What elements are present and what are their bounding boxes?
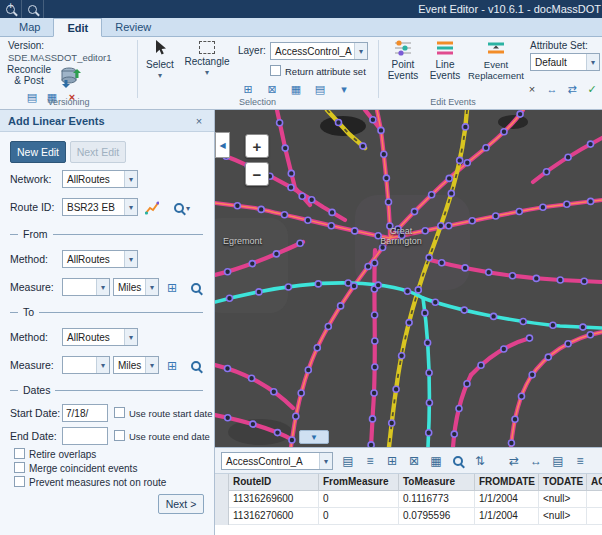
zoom-to-from-measure-button[interactable] bbox=[188, 280, 204, 296]
use-route-start-checkbox[interactable] bbox=[114, 407, 125, 418]
from-method-label: Method: bbox=[10, 253, 48, 265]
chevron-down-icon: ▾ bbox=[354, 43, 367, 59]
return-attribute-set-checkbox[interactable] bbox=[270, 65, 281, 76]
column-header[interactable]: FROMDATE bbox=[475, 474, 539, 491]
chevron-down-icon: ▾ bbox=[124, 171, 137, 187]
zoom-in-icon: + bbox=[6, 5, 15, 14]
prevent-measures-checkbox[interactable] bbox=[14, 476, 25, 487]
clear-selection-icon[interactable]: ⊠ bbox=[264, 81, 280, 97]
table-row[interactable]: 11316270600 0 0.0795596 1/1/2004 <null> bbox=[215, 508, 602, 525]
tab-review[interactable]: Review bbox=[102, 18, 164, 36]
add-linear-events-panel: Add Linear Events × New Edit Next Edit N… bbox=[0, 110, 215, 535]
column-header[interactable]: TODATE bbox=[539, 474, 587, 491]
column-header[interactable]: ToMeasure bbox=[399, 474, 475, 491]
export-table-icon[interactable]: ▤ bbox=[549, 452, 567, 470]
rectangle-tool-icon bbox=[199, 41, 215, 54]
chevron-down-icon: ▼ bbox=[310, 433, 318, 442]
route-locator-button[interactable] bbox=[144, 200, 160, 216]
column-header[interactable]: FromMeasure bbox=[319, 474, 399, 491]
chevron-down-icon: ▾ bbox=[124, 251, 137, 267]
menu-icon[interactable]: ≡ bbox=[361, 452, 379, 470]
to-method-select[interactable]: AllRoutes ▾ bbox=[62, 328, 138, 346]
from-measure-unit-select[interactable]: Miles ▾ bbox=[113, 278, 159, 296]
select-button[interactable]: Select ▾ bbox=[142, 39, 178, 95]
row-selector[interactable] bbox=[215, 508, 229, 525]
switch-selection-icon[interactable]: ⇄ bbox=[505, 452, 523, 470]
to-measure-picker-button[interactable]: ⊞ bbox=[164, 358, 180, 374]
zoom-to-record-button[interactable] bbox=[449, 452, 467, 470]
chevron-down-icon: ▾ bbox=[96, 357, 109, 373]
new-edit-button[interactable]: New Edit bbox=[10, 141, 66, 163]
table-layer-select[interactable]: AccessControl_A ▾ bbox=[221, 452, 333, 470]
titlebar-zoom-button[interactable] bbox=[22, 0, 44, 18]
next-button[interactable]: Next > bbox=[158, 494, 204, 514]
from-measure-select[interactable]: ▾ bbox=[62, 278, 110, 296]
use-route-end-checkbox[interactable] bbox=[114, 430, 125, 441]
zoom-to-to-measure-button[interactable] bbox=[188, 358, 204, 374]
point-events-icon bbox=[394, 39, 412, 57]
zoom-to-route-button[interactable]: ▾ bbox=[168, 200, 196, 216]
clear-selection-icon[interactable]: ⊠ bbox=[405, 452, 423, 470]
close-icon[interactable]: × bbox=[192, 115, 206, 127]
ribbon-tabbar: Map Edit Review bbox=[0, 18, 602, 37]
route-id-select[interactable]: BSR23 EB ▾ bbox=[62, 198, 138, 216]
reconcile-post-button[interactable]: Reconcile & Post bbox=[2, 64, 56, 86]
tab-edit[interactable]: Edit bbox=[53, 18, 102, 37]
merge-coincident-label: Merge coincident events bbox=[29, 463, 137, 474]
from-method-select[interactable]: AllRoutes ▾ bbox=[62, 250, 138, 268]
to-measure-select[interactable]: ▾ bbox=[62, 356, 110, 374]
point-events-button[interactable]: Point Events bbox=[383, 39, 423, 99]
end-date-input[interactable] bbox=[62, 427, 108, 445]
selection-options-icon[interactable]: ▦ bbox=[288, 81, 304, 97]
zoom-out-button[interactable]: − bbox=[245, 162, 269, 186]
filter-icon[interactable]: ▤ bbox=[339, 452, 357, 470]
attribute-table-panel: AccessControl_A ▾ ▤ ≡ ⊞ ⊠ ▦ ⇅ ⇄ ↔ ▤ ≡ Ro… bbox=[215, 447, 602, 535]
tab-map[interactable]: Map bbox=[6, 18, 53, 36]
chevron-down-icon: ▾ bbox=[145, 357, 158, 373]
route-id-label: Route ID: bbox=[10, 201, 54, 213]
swap-icon[interactable]: ⇄ bbox=[564, 81, 580, 97]
network-select[interactable]: AllRoutes ▾ bbox=[62, 170, 138, 188]
snap-icon[interactable]: ✓ bbox=[584, 81, 600, 97]
version-label: Version: bbox=[8, 40, 44, 51]
titlebar-zoom-in-button[interactable]: + bbox=[0, 0, 22, 18]
selection-more-icon[interactable]: ▾ bbox=[336, 81, 352, 97]
select-by-attribute-icon[interactable]: ⊞ bbox=[240, 81, 256, 97]
from-section-divider: From bbox=[10, 228, 203, 240]
sort-icon[interactable]: ⇅ bbox=[471, 452, 489, 470]
magnifier-icon bbox=[453, 456, 463, 466]
from-measure-picker-button[interactable]: ⊞ bbox=[164, 280, 180, 296]
return-attribute-set-label: Return attribute set bbox=[285, 66, 366, 77]
place-label-great-barrington: Great Barrington bbox=[363, 226, 439, 246]
collapse-table-button[interactable]: ▼ bbox=[299, 430, 329, 444]
event-replacement-button[interactable]: Event Replacement bbox=[466, 39, 526, 99]
table-row[interactable]: 11316269600 0 0.1116773 1/1/2004 <null> bbox=[215, 491, 602, 508]
end-date-label: End Date: bbox=[10, 430, 57, 442]
map-canvas[interactable] bbox=[215, 110, 602, 447]
row-selector-header bbox=[215, 474, 229, 491]
geodatabase-icon[interactable] bbox=[60, 65, 82, 89]
to-measure-label: Measure: bbox=[10, 359, 54, 371]
pan-to-record-icon[interactable]: ↔ bbox=[527, 452, 545, 470]
collapse-panel-button[interactable]: ◀ bbox=[215, 132, 230, 158]
start-date-input[interactable] bbox=[62, 404, 108, 422]
layer-select[interactable]: AccessControl_A ▾ bbox=[270, 42, 368, 60]
selection-list-icon[interactable]: ▤ bbox=[312, 81, 328, 97]
show-table-icon[interactable]: ▦ bbox=[427, 452, 445, 470]
select-records-icon[interactable]: ⊞ bbox=[383, 452, 401, 470]
to-method-label: Method: bbox=[10, 331, 48, 343]
retire-overlaps-checkbox[interactable] bbox=[14, 448, 25, 459]
merge-coincident-checkbox[interactable] bbox=[14, 462, 25, 473]
zoom-in-button[interactable]: + bbox=[245, 134, 269, 158]
rectangle-select-button[interactable]: Rectangle ▾ bbox=[182, 39, 232, 95]
row-selector[interactable] bbox=[215, 491, 229, 508]
remove-attribute-icon[interactable]: × bbox=[524, 81, 540, 97]
attribute-set-select[interactable]: Default ▾ bbox=[530, 53, 600, 71]
table-options-icon[interactable]: ≡ bbox=[571, 452, 589, 470]
to-measure-unit-select[interactable]: Miles ▾ bbox=[113, 356, 159, 374]
line-events-button[interactable]: Line Events bbox=[426, 39, 464, 99]
offset-icon[interactable]: ↔ bbox=[544, 81, 560, 97]
column-header[interactable]: RouteID bbox=[229, 474, 319, 491]
column-header[interactable]: AC bbox=[587, 474, 602, 491]
magnifier-icon bbox=[191, 361, 201, 371]
